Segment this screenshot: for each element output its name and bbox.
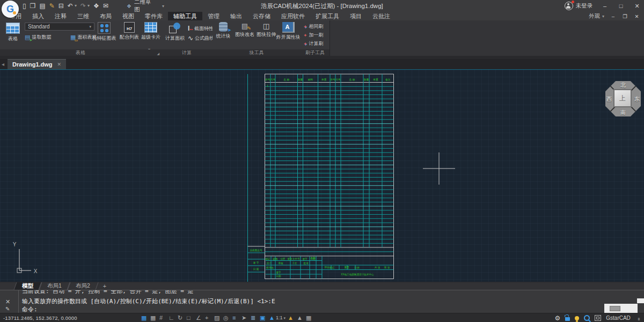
ribbon-tab-视图[interactable]: 视图 xyxy=(117,12,140,20)
lineweight-display-icon[interactable]: ≡ xyxy=(232,315,239,321)
ribbon-tab-布局[interactable]: 布局 xyxy=(94,12,117,20)
command-scrollbar-horizontal[interactable] xyxy=(604,304,638,313)
print-icon[interactable]: ⊟ xyxy=(58,3,64,9)
doc-minimize-button[interactable]: – xyxy=(610,13,616,19)
save-icon[interactable]: ▤ xyxy=(39,3,45,9)
save-as-icon[interactable]: ✎ xyxy=(49,3,55,9)
ribbon-tab-三维[interactable]: 三维 xyxy=(72,12,94,20)
appearance-dropdown[interactable]: 外观 xyxy=(589,12,600,20)
rename-block-button[interactable]: ▤✎ 图块改名 xyxy=(234,22,255,38)
calc-area-button[interactable]: 计算面积 xyxy=(163,23,187,42)
doc-restore-button[interactable]: ❐ xyxy=(622,13,628,19)
layout-tab-布局1[interactable]: 布局1 xyxy=(39,282,70,290)
hole-chart-button[interactable]: 孔特征图表 xyxy=(91,22,117,42)
ribbon-tab-辅助工具[interactable]: 辅助工具 xyxy=(168,12,202,20)
open-file-icon[interactable]: ❐ xyxy=(30,3,36,9)
stretch-block-button[interactable]: ◫ 图块拉伸 xyxy=(255,22,277,38)
calc-brush-button[interactable]: ✦ 计算刷 xyxy=(303,40,324,47)
app-logo[interactable]: G xyxy=(2,1,19,18)
doc-close-button[interactable]: ✕ xyxy=(634,13,640,19)
ribbon-tab-应用软件[interactable]: 应用软件 xyxy=(276,12,310,20)
auto-annotation-scale-icon[interactable]: ▲ xyxy=(297,315,304,321)
view-cube-south[interactable]: 南 xyxy=(620,109,626,116)
stat-block-button[interactable]: ➤ 统计块 xyxy=(214,22,233,40)
minimize-button[interactable]: – xyxy=(601,3,609,9)
grid-display-icon[interactable]: ▦ xyxy=(141,315,148,321)
view-cube-west[interactable]: 西 xyxy=(606,96,612,103)
snap-object-icon[interactable]: # xyxy=(159,315,166,321)
redo-caret-icon[interactable]: ▾ xyxy=(87,4,90,8)
layer-control-icon[interactable]: ≣ xyxy=(251,315,258,321)
drawing-canvas[interactable]: 序号代号名 称数量材料单重序号代号名 称数量单重备注1旧底图总号签 字日 期标记… xyxy=(0,69,644,282)
command-window[interactable]: ✕ ✎ 当前设置: 自动 = 开, 控制 = 全部, 合并 = 是, 图层 = … xyxy=(0,290,644,313)
dynamic-ucs-icon[interactable]: ◎ xyxy=(223,315,230,321)
fit-list-button[interactable]: H7 配合列表 xyxy=(119,22,140,41)
ribbon-tab-输出[interactable]: 输出 xyxy=(225,12,247,20)
svg-text:批准: 批准 xyxy=(303,262,309,265)
layout-tab-布局2[interactable]: 布局2 xyxy=(67,282,98,290)
unlock-icon[interactable] xyxy=(565,317,570,321)
redo-icon[interactable]: ↷ xyxy=(80,3,86,9)
selection-cycling-icon[interactable]: ➤ xyxy=(241,315,248,321)
document-tab[interactable]: Drawing1.dwg ✕ xyxy=(8,59,66,69)
object-snap-icon[interactable]: □ xyxy=(187,315,194,321)
resize-grip-icon[interactable]: ▗ xyxy=(636,316,640,320)
svg-text:数量: 数量 xyxy=(364,78,369,81)
object-snap-tracking-icon[interactable]: + xyxy=(205,315,212,321)
view-cube-north[interactable]: 北 xyxy=(620,82,626,89)
ribbon-tab-管理[interactable]: 管理 xyxy=(202,12,225,20)
snap-mode-icon[interactable]: ▦ xyxy=(150,315,157,321)
ribbon-tab-插入[interactable]: 插入 xyxy=(27,12,49,20)
command-close-icon[interactable]: ✕ xyxy=(5,298,10,305)
ortho-mode-icon[interactable]: ∟ xyxy=(169,315,175,321)
ribbon-tab-注释[interactable]: 注释 xyxy=(49,12,72,20)
tab-scroll-left-icon[interactable]: ◂ xyxy=(2,59,4,69)
command-scrollbar-corner[interactable] xyxy=(637,298,644,303)
angle-snap-icon[interactable]: ∠ xyxy=(196,315,203,321)
section-props-button[interactable]: I•• 截面特性 xyxy=(188,25,214,32)
close-button[interactable]: ✕ xyxy=(633,3,641,10)
add-one-brush-button[interactable]: ✦ 加一刷 xyxy=(303,32,324,39)
maximize-button[interactable]: □ xyxy=(617,3,625,9)
ribbon-tab-项目[interactable]: 项目 xyxy=(345,12,367,20)
chat-icon[interactable]: ✉ xyxy=(103,3,108,9)
ribbon-tab-云批注[interactable]: 云批注 xyxy=(367,12,396,20)
table-button-label: 表格 xyxy=(8,35,18,42)
quick-properties-icon[interactable]: ▦ xyxy=(306,315,313,321)
settings-gear-icon[interactable]: ⚙ xyxy=(555,315,561,321)
view-cube-top-face[interactable]: 上 xyxy=(613,89,632,107)
fullscreen-icon[interactable] xyxy=(595,315,601,321)
document-tab-close-icon[interactable]: ✕ xyxy=(57,62,62,67)
same-brush-button[interactable]: ✦ 相同刷 xyxy=(303,23,324,30)
scrollbar-thumb[interactable] xyxy=(610,306,620,311)
isometric-drafting-icon[interactable]: ▨ xyxy=(214,315,221,321)
table-dialog-launcher-icon[interactable]: ◢ xyxy=(157,52,159,55)
ribbon-tab-云存储[interactable]: 云存储 xyxy=(247,12,276,20)
lightbulb-icon[interactable] xyxy=(575,316,579,320)
view-cube-east[interactable]: 东 xyxy=(634,96,640,103)
command-prompt[interactable]: 命令: xyxy=(22,305,38,313)
formula-curve-button[interactable]: ∿ 公式曲线 xyxy=(188,34,214,42)
dynamic-input-icon[interactable]: ▣ xyxy=(260,315,267,321)
new-file-icon[interactable]: ▯ xyxy=(23,3,26,9)
polar-tracking-icon[interactable]: ↻ xyxy=(178,315,185,321)
table-button[interactable]: 表格 xyxy=(3,23,23,42)
extract-data-button[interactable]: ▤➤ 提取数据 xyxy=(25,34,51,41)
add-layout-button[interactable]: + xyxy=(100,282,109,290)
layout-tab-模型[interactable]: 模型 xyxy=(13,282,41,290)
view-cube[interactable]: 上 北 南 西 东 xyxy=(605,81,641,116)
annotation-visibility-icon[interactable]: ▲ xyxy=(288,315,295,321)
layer-preview-icon[interactable] xyxy=(584,315,590,321)
login-button[interactable]: 未登录 xyxy=(565,2,593,10)
ribbon-tab-零件库[interactable]: 零件库 xyxy=(140,12,168,20)
undo-icon[interactable]: ↶ xyxy=(68,3,73,9)
workspace-switcher[interactable]: ❖ 二维草图 ▾ xyxy=(127,2,164,10)
undo-caret-icon[interactable]: ▾ xyxy=(75,4,77,8)
command-history-line: 输入要放弃的操作数目或 [自动(A)/控制(C)/开始(BE)/结束(E)/标记… xyxy=(22,297,275,305)
layer-states-icon[interactable]: ❖ xyxy=(93,3,99,9)
ribbon-tab-扩展工具[interactable]: 扩展工具 xyxy=(310,12,345,20)
super-card-button[interactable]: 超级卡片 xyxy=(140,22,162,41)
explode-attr-button[interactable]: A 炸开属性块 xyxy=(276,22,301,41)
annotation-scale-icon[interactable]: ▲1:1▾ xyxy=(269,315,286,321)
table-style-combo[interactable]: Standard ▾ xyxy=(25,23,94,31)
